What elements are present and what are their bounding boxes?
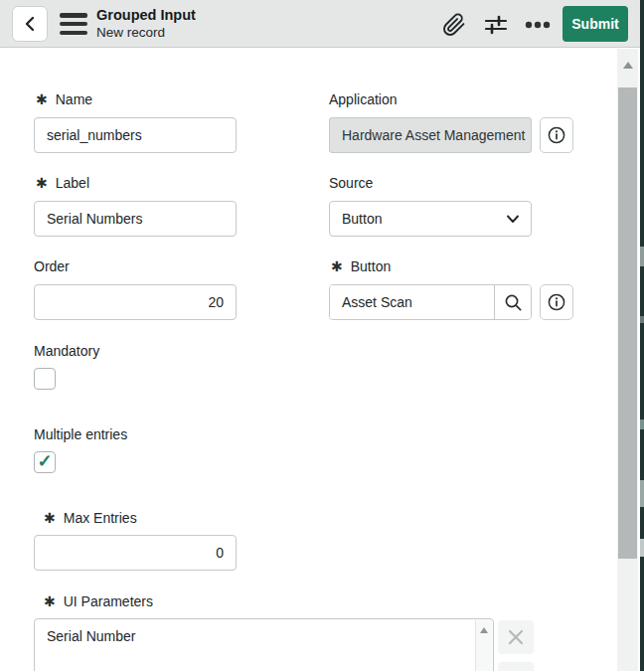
source-field-label: Source [329,175,373,191]
button-reference-field [329,284,532,320]
required-marker-icon: ✱ [44,510,56,526]
button-info-button[interactable] [540,284,573,320]
back-button[interactable] [12,6,48,42]
order-field-label: Order [34,258,70,274]
application-label-text: Application [329,91,398,107]
page-scrollbar[interactable] [617,49,638,671]
chevron-left-icon [23,16,37,32]
more-options-icon [525,20,551,30]
header-title-block: Grouped Input New record [96,7,196,41]
name-input[interactable] [34,117,237,153]
button-label-text: Button [351,258,391,274]
sliders-icon [483,13,509,37]
required-marker-icon: ✱ [44,593,56,609]
chevron-down-icon [505,211,521,227]
order-input[interactable] [34,284,237,320]
multiple-entries-field-label: Multiple entries [34,426,127,442]
submit-button[interactable]: Submit [563,6,628,42]
max-entries-field-label: ✱ Max Entries [44,510,137,526]
application-field-label: Application [329,91,398,107]
hamburger-menu-icon [60,31,87,36]
multiple-entries-label-text: Multiple entries [34,426,127,442]
application-input[interactable] [329,117,532,153]
button-field-label: ✱ Button [331,258,391,274]
info-icon [547,125,566,145]
header-bar: Grouped Input New record Submit [0,0,644,48]
scrollbar-thumb[interactable] [618,87,637,559]
textarea-scrollbar[interactable] [475,620,492,671]
name-field-label: ✱ Name [36,91,92,107]
mandatory-field-label: Mandatory [34,343,99,359]
ui-parameters-value: Serial Number [47,628,135,644]
page-title: Grouped Input [96,7,196,24]
ui-parameters-textarea[interactable]: Serial Number [34,618,494,671]
max-entries-input[interactable] [34,535,237,571]
hamburger-menu-icon [60,22,87,27]
required-marker-icon: ✱ [36,91,48,107]
right-edge-strip [640,0,644,671]
source-label-text: Source [329,175,373,191]
attachments-button[interactable] [441,12,467,38]
checkmark-icon: ✓ [37,452,52,470]
hamburger-menu-icon [60,13,87,18]
source-selected-value: Button [342,211,382,227]
order-label-text: Order [34,258,70,274]
personalize-form-button[interactable] [483,12,509,38]
ui-parameter-extra-button[interactable] [498,662,534,671]
label-field-label: ✱ Label [36,175,89,191]
form-content: ✱ Name Application ✱ Label Source Button [0,49,644,671]
paperclip-icon [442,13,466,37]
application-info-button[interactable] [540,117,573,153]
required-marker-icon: ✱ [331,258,343,274]
page-subtitle: New record [96,24,196,41]
search-icon [504,293,523,312]
scroll-up-icon [480,627,488,633]
ui-parameters-field-label: ✱ UI Parameters [44,593,153,609]
button-lookup-button[interactable] [494,285,531,319]
more-options-button[interactable] [525,12,551,38]
mandatory-label-text: Mandatory [34,343,99,359]
label-input[interactable] [34,201,237,237]
multiple-entries-checkbox[interactable]: ✓ [34,451,56,473]
button-reference-input[interactable] [330,285,494,319]
max-entries-label-text: Max Entries [64,510,137,526]
required-marker-icon: ✱ [36,175,48,191]
scroll-up-icon[interactable] [623,62,633,69]
close-icon [507,628,525,646]
source-select[interactable]: Button [329,201,532,237]
grouped-input-record-window: Grouped Input New record Submit [0,0,644,671]
ui-parameters-label-text: UI Parameters [64,593,153,609]
remove-ui-parameter-button[interactable] [498,620,534,654]
form-context-menu-button[interactable] [60,13,87,35]
label-label-text: Label [56,175,89,191]
mandatory-checkbox[interactable] [34,368,56,390]
name-label-text: Name [56,91,92,107]
info-icon [547,292,566,312]
